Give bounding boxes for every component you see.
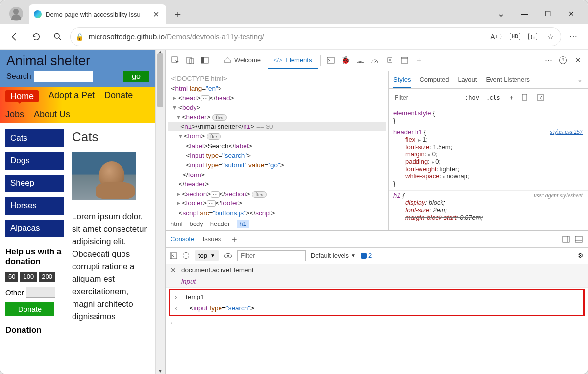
ua-h1-rule: user agent stylesheet h1 { display: bloc…	[389, 191, 588, 224]
profile-avatar-icon[interactable]	[9, 7, 23, 21]
tab-welcome[interactable]: Welcome	[218, 51, 267, 69]
more-styles-tabs-icon[interactable]: ⌄	[577, 76, 583, 83]
page-sidebar: Cats Dogs Sheep Horses Alpacas Help us w…	[0, 123, 69, 374]
remove-live-expr-icon[interactable]: ✕	[171, 266, 176, 274]
devtools-more-icon[interactable]: ⋯	[541, 56, 555, 65]
issues-badge[interactable]: 2	[361, 252, 372, 259]
header-h1-rule: styles.css:257 header h1 { flex: 1; font…	[389, 127, 588, 191]
console-settings-icon[interactable]: ⚙	[578, 252, 584, 259]
expand-drawer-icon[interactable]	[562, 236, 570, 243]
search-button[interactable]	[49, 27, 67, 46]
nav-home[interactable]: Home	[5, 90, 39, 102]
console-input-prompt-icon[interactable]: ›	[171, 319, 176, 326]
crumb-html[interactable]: html	[171, 220, 183, 227]
lorem-text: Lorem ipsum dolor, sit amet consectetur …	[72, 210, 153, 323]
more-menu-button[interactable]: ⋯	[564, 27, 583, 46]
memory-shortcut-icon[interactable]	[383, 56, 396, 64]
computed-styles-icon[interactable]	[537, 94, 549, 101]
nav-donate[interactable]: Donate	[104, 90, 133, 102]
hd-icon[interactable]: HD	[507, 28, 523, 45]
styles-panel: Styles Computed Layout Event Listeners ⌄…	[389, 71, 588, 230]
search-input[interactable]	[34, 71, 93, 82]
scroll-thumb[interactable]	[157, 53, 163, 107]
sources-shortcut-icon[interactable]: 🐞	[339, 56, 352, 65]
nav-jobs[interactable]: Jobs	[5, 109, 24, 120]
device-toggle-icon[interactable]	[183, 56, 197, 64]
tab-layout[interactable]: Layout	[458, 76, 477, 83]
nav-adopt[interactable]: Adopt a Pet	[49, 90, 95, 102]
console-output[interactable]: ✕ document.activeElement input › temp1	[166, 264, 588, 374]
nav-about[interactable]: About Us	[34, 109, 70, 120]
sidebar-item-dogs[interactable]: Dogs	[5, 152, 64, 170]
donation-chip-200[interactable]: 200	[39, 272, 55, 282]
sidebar-item-alpacas[interactable]: Alpacas	[5, 220, 64, 237]
reader-icon[interactable]: ⫿₊	[524, 28, 541, 45]
styles-filter-input[interactable]	[392, 92, 460, 103]
console-filter-input[interactable]	[237, 250, 306, 261]
styles-body[interactable]: element.style { } styles.css:257 header …	[389, 106, 588, 230]
refresh-button[interactable]	[27, 27, 46, 46]
tab-event-listeners[interactable]: Event Listeners	[486, 76, 530, 83]
dock-panel-icon[interactable]	[198, 56, 212, 64]
page-scrollbar[interactable]: ▲ ▼	[155, 50, 165, 374]
minimize-button[interactable]: —	[513, 6, 536, 22]
svg-rect-2	[187, 57, 191, 63]
crumb-body[interactable]: body	[190, 220, 203, 227]
inspect-icon[interactable]	[169, 56, 182, 64]
help-icon[interactable]: ?	[556, 56, 570, 64]
performance-shortcut-icon[interactable]	[368, 57, 382, 64]
add-drawer-tab-icon[interactable]: ＋	[230, 233, 239, 245]
crumb-h1[interactable]: h1	[237, 220, 248, 228]
tab-elements[interactable]: </> Elements	[268, 51, 318, 69]
console-drawer: Console Issues ＋ top ▼ Default levels ▼	[166, 230, 588, 374]
read-aloud-icon[interactable]: A））	[489, 28, 506, 45]
stylesheet-link[interactable]: styles.css:257	[550, 128, 583, 136]
context-selector[interactable]: top ▼	[195, 250, 219, 261]
close-devtools-icon[interactable]: ✕	[571, 56, 585, 65]
donate-button[interactable]: Donate	[5, 302, 54, 316]
svg-point-7	[360, 62, 361, 63]
back-button[interactable]	[5, 27, 24, 46]
tab-styles[interactable]: Styles	[393, 76, 411, 88]
donation-chip-100[interactable]: 100	[20, 272, 37, 282]
browser-tab[interactable]: Demo page with accessibility issu ✕	[29, 4, 166, 24]
crumb-header[interactable]: header	[210, 220, 230, 227]
new-tab-button[interactable]: ＋	[166, 7, 190, 21]
dom-breadcrumbs[interactable]: html body header h1	[166, 217, 388, 230]
cls-toggle[interactable]: .cls	[484, 93, 502, 102]
sidebar-item-sheep[interactable]: Sheep	[5, 175, 64, 192]
toggle-sidebar-icon[interactable]	[170, 252, 177, 259]
page-title: Animal shelter	[6, 53, 149, 69]
dock-drawer-icon[interactable]	[575, 236, 583, 243]
chevron-down-icon[interactable]	[490, 6, 512, 22]
scroll-down-icon[interactable]: ▼	[158, 368, 163, 374]
close-tab-icon[interactable]: ✕	[151, 10, 161, 19]
more-tabs-icon[interactable]: ＋	[412, 55, 426, 65]
other-amount-input[interactable]	[26, 287, 55, 298]
primary-nav: Home Adopt a Pet Donate Jobs About Us	[0, 87, 155, 123]
live-expression-icon[interactable]	[224, 253, 232, 259]
copy-styles-icon[interactable]	[521, 94, 534, 101]
console-shortcut-icon[interactable]	[324, 57, 338, 64]
new-style-rule-icon[interactable]: ＋	[505, 93, 518, 102]
sidebar-item-horses[interactable]: Horses	[5, 197, 64, 215]
hov-toggle[interactable]: :hov	[463, 93, 481, 102]
network-shortcut-icon[interactable]	[353, 57, 367, 63]
sidebar-item-cats[interactable]: Cats	[5, 129, 64, 147]
log-levels-selector[interactable]: Default levels ▼	[311, 252, 356, 259]
svg-rect-11	[522, 94, 527, 100]
clear-console-icon[interactable]	[182, 252, 190, 259]
other-label: Other	[5, 288, 24, 297]
go-button[interactable]: go	[123, 71, 149, 82]
dom-tree[interactable]: <!DOCTYPE html> <html lang="en"> <head>⋯…	[166, 71, 388, 217]
application-shortcut-icon[interactable]	[397, 57, 411, 64]
maximize-button[interactable]: ☐	[537, 6, 559, 22]
tab-issues[interactable]: Issues	[203, 235, 221, 243]
tab-computed[interactable]: Computed	[419, 76, 449, 83]
favorite-icon[interactable]: ☆	[542, 28, 559, 45]
address-bar[interactable]: 🔒 microsoftedge.github.io/Demos/devtools…	[70, 27, 561, 46]
donation-chip-50[interactable]: 50	[5, 272, 18, 282]
svg-rect-12	[537, 95, 544, 100]
tab-console[interactable]: Console	[171, 235, 194, 243]
close-window-button[interactable]: ✕	[560, 6, 583, 22]
